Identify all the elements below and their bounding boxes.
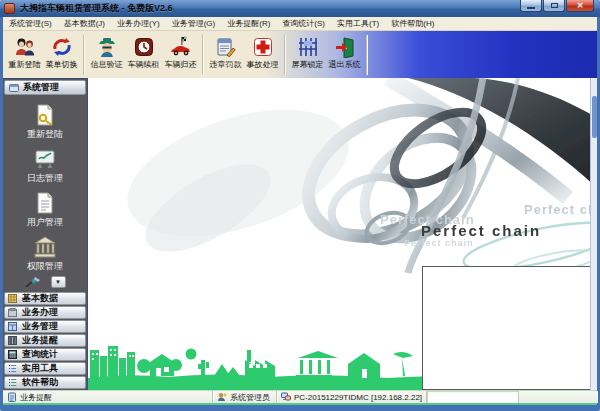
status-host-label: PC-20151229TIDMC [192.168.2.22] bbox=[294, 393, 422, 402]
sidebar-section-business-remind[interactable]: 业务提醒 bbox=[4, 334, 86, 347]
toolbar-menu-switch[interactable]: 菜单切换 bbox=[43, 34, 80, 76]
toolbar-label: 事故处理 bbox=[247, 59, 279, 70]
toolbar-violation-fine[interactable]: 违章罚款 bbox=[207, 34, 244, 76]
sidebar-item-label: 用户管理 bbox=[27, 216, 63, 229]
sidebar-dropdown-button[interactable]: ▼ bbox=[51, 276, 66, 288]
minimize-icon bbox=[527, 7, 535, 9]
toolbar-label: 重新登陆 bbox=[9, 59, 41, 70]
sidebar-section-basic-data[interactable]: 基本数据 bbox=[4, 292, 86, 305]
menu-query-stats[interactable]: 查询统计(S) bbox=[276, 17, 331, 30]
status-user: 系统管理员 bbox=[213, 391, 277, 403]
sidebar: 系统管理 重新登陆 日志管理 bbox=[3, 78, 88, 390]
blank-panel bbox=[422, 266, 594, 390]
window-title: 大拇指车辆租赁管理系统 - 免费版V2.6 bbox=[20, 2, 173, 15]
toolbar-accident[interactable]: 事故处理 bbox=[244, 34, 281, 76]
sidebar-item-user[interactable]: 用户管理 bbox=[3, 188, 87, 232]
sidebar-section-label: 实用工具 bbox=[22, 362, 58, 375]
minimize-button[interactable] bbox=[520, 0, 542, 12]
toolbar-exit[interactable]: 退出系统 bbox=[326, 34, 363, 76]
menu-business-remind[interactable]: 业务提醒(R) bbox=[221, 17, 276, 30]
sidebar-section-label: 基本数据 bbox=[22, 292, 58, 305]
sidebar-section-label: 软件帮助 bbox=[22, 376, 58, 389]
sidebar-section-system[interactable]: 系统管理 bbox=[4, 80, 86, 95]
sidebar-section-query-stats[interactable]: 查询统计 bbox=[4, 348, 86, 361]
sidebar-section-tools[interactable]: 实用工具 bbox=[4, 362, 86, 375]
info-verify-detective-icon bbox=[96, 36, 118, 58]
user-document-icon bbox=[33, 191, 57, 215]
watermark-echo-text: Perfect chain bbox=[524, 202, 597, 217]
menu-help[interactable]: 软件帮助(H) bbox=[385, 17, 440, 30]
close-button[interactable]: ✕ bbox=[566, 0, 594, 12]
status-left-label: 业务提醒 bbox=[20, 392, 52, 403]
toolbar-vehicle-return[interactable]: 车辆归还 bbox=[162, 34, 199, 76]
exit-door-icon bbox=[334, 36, 356, 58]
sidebar-section-help[interactable]: 软件帮助 bbox=[4, 376, 86, 389]
sidebar-item-label: 权限管理 bbox=[27, 260, 63, 273]
relogin-key-page-icon bbox=[33, 103, 57, 127]
toolbar-label: 信息验证 bbox=[91, 59, 123, 70]
sidebar-item-label: 重新登陆 bbox=[27, 128, 63, 141]
sidebar-section-business-handle[interactable]: 业务办理 bbox=[4, 306, 86, 319]
permission-bank-icon bbox=[33, 235, 57, 259]
maximize-icon bbox=[551, 3, 558, 8]
status-empty-panel bbox=[427, 391, 519, 403]
toolbar-vehicle-renew[interactable]: 车辆续租 bbox=[125, 34, 162, 76]
toolbar-relogin[interactable]: 重新登陆 bbox=[6, 34, 43, 76]
status-bar: 业务提醒 系统管理员 PC-20151229TIDMC [192.168.2.2… bbox=[3, 390, 597, 405]
main-workspace: Perfect chain Perfect chain Perfect chai… bbox=[88, 78, 597, 390]
app-window: 大拇指车辆租赁管理系统 - 免费版V2.6 ✕ 系统管理(S) 基本数据(J) … bbox=[0, 0, 600, 411]
menu-business-manage[interactable]: 业务管理(G) bbox=[166, 17, 222, 30]
sidebar-item-relogin[interactable]: 重新登陆 bbox=[3, 100, 87, 144]
menu-system[interactable]: 系统管理(S) bbox=[3, 17, 58, 30]
sidebar-section-business-manage[interactable]: 业务管理 bbox=[4, 320, 86, 333]
sidebar-item-permission[interactable]: 权限管理 bbox=[3, 232, 87, 276]
status-business-remind: 业务提醒 bbox=[3, 391, 213, 403]
sidebar-item-list: 重新登陆 日志管理 用户管理 bbox=[3, 96, 87, 276]
toolbar: 重新登陆 菜单切换 信息验证 bbox=[3, 31, 597, 78]
status-user-label: 系统管理员 bbox=[230, 392, 270, 403]
toolbar-separator bbox=[83, 35, 85, 75]
toolbar-label: 车辆续租 bbox=[128, 59, 160, 70]
business-manage-icon bbox=[8, 322, 17, 331]
sidebar-top-strip bbox=[3, 78, 87, 79]
business-handle-icon bbox=[8, 308, 17, 317]
toolbar-separator bbox=[366, 35, 368, 75]
status-filler bbox=[519, 391, 597, 403]
business-remind-icon bbox=[8, 336, 17, 345]
watermark-title-text: Perfect chain bbox=[421, 222, 541, 239]
maximize-button[interactable] bbox=[543, 0, 565, 12]
sidebar-item-label: 日志管理 bbox=[27, 172, 63, 185]
vertical-scrollbar[interactable] bbox=[590, 78, 597, 390]
toolbar-info-verify[interactable]: 信息验证 bbox=[88, 34, 125, 76]
tools-list-icon bbox=[8, 364, 17, 373]
help-list-icon bbox=[8, 378, 17, 387]
sidebar-section-label: 业务办理 bbox=[22, 306, 58, 319]
watermark-echo-text: Perfect chain bbox=[404, 238, 474, 248]
query-stats-icon bbox=[8, 350, 17, 359]
toolbar-screen-lock[interactable]: 屏幕锁定 bbox=[289, 34, 326, 76]
toolbar-label: 退出系统 bbox=[329, 59, 361, 70]
brush-icon bbox=[25, 276, 41, 288]
sidebar-section-label: 系统管理 bbox=[23, 81, 59, 94]
menu-bar: 系统管理(S) 基本数据(J) 业务办理(Y) 业务管理(G) 业务提醒(R) … bbox=[3, 17, 597, 31]
menu-switch-arrows-icon bbox=[51, 36, 73, 58]
vehicle-renew-clock-icon bbox=[133, 36, 155, 58]
menu-tools[interactable]: 实用工具(T) bbox=[331, 17, 385, 30]
sidebar-section-label: 查询统计 bbox=[22, 348, 58, 361]
app-icon bbox=[4, 3, 15, 14]
violation-fine-form-icon bbox=[215, 36, 237, 58]
menu-business-handle[interactable]: 业务办理(Y) bbox=[111, 17, 166, 30]
sidebar-section-label: 业务管理 bbox=[22, 320, 58, 333]
system-management-icon bbox=[9, 83, 19, 93]
toolbar-separator bbox=[202, 35, 204, 75]
vehicle-return-car-icon bbox=[170, 36, 192, 58]
network-computer-icon bbox=[281, 392, 291, 402]
sidebar-item-log[interactable]: 日志管理 bbox=[3, 144, 87, 188]
title-bar: 大拇指车辆租赁管理系统 - 免费版V2.6 ✕ bbox=[0, 0, 600, 17]
toolbar-label: 违章罚款 bbox=[210, 59, 242, 70]
scrollbar-thumb[interactable] bbox=[592, 96, 597, 138]
administrator-icon bbox=[217, 392, 227, 402]
menu-basic-data[interactable]: 基本数据(J) bbox=[58, 17, 111, 30]
status-host: PC-20151229TIDMC [192.168.2.22] bbox=[277, 391, 427, 403]
log-monitor-icon bbox=[33, 147, 57, 171]
